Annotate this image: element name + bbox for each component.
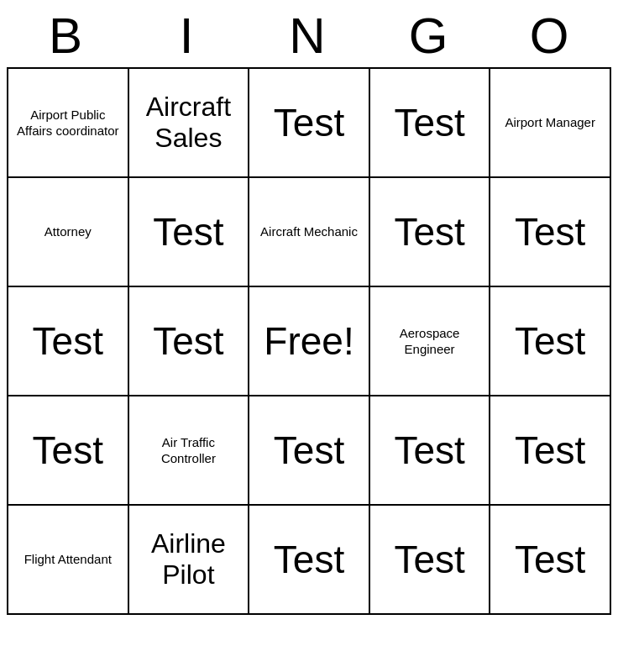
bingo-cell-3-1[interactable]: Air Traffic Controller (129, 396, 250, 506)
bingo-container: BINGO Airport Public Affairs coordinator… (7, 8, 611, 615)
cell-text: Airport Public Affairs coordinator (13, 107, 123, 139)
cell-text: Test (274, 428, 344, 473)
bingo-cell-3-3[interactable]: Test (370, 396, 491, 506)
header-letter-o: O (490, 8, 611, 64)
cell-text: Aircraft Sales (134, 92, 244, 154)
bingo-cell-2-1[interactable]: Test (129, 287, 250, 396)
bingo-header: BINGO (7, 8, 611, 64)
bingo-cell-1-3[interactable]: Test (370, 178, 491, 287)
bingo-cell-4-0[interactable]: Flight Attendant (8, 506, 129, 615)
cell-text: Attorney (45, 223, 92, 240)
bingo-cell-1-2[interactable]: Aircraft Mechanic (249, 178, 370, 287)
cell-text: Test (515, 537, 585, 582)
cell-text: Test (153, 209, 223, 255)
bingo-cell-0-3[interactable]: Test (370, 69, 491, 178)
bingo-cell-2-4[interactable]: Test (490, 287, 611, 396)
cell-text: Test (153, 318, 223, 364)
cell-text: Test (515, 428, 585, 473)
cell-text: Test (394, 537, 464, 582)
cell-text: Test (394, 209, 464, 255)
bingo-cell-3-2[interactable]: Test (249, 396, 370, 506)
bingo-cell-2-2[interactable]: Free! (249, 287, 370, 396)
bingo-grid: Airport Public Affairs coordinatorAircra… (7, 67, 611, 615)
cell-text: Test (515, 209, 585, 255)
cell-text: Air Traffic Controller (134, 434, 244, 467)
cell-text: Free! (264, 318, 354, 364)
bingo-cell-0-1[interactable]: Aircraft Sales (129, 69, 250, 178)
cell-text: Test (515, 318, 585, 364)
header-letter-i: I (128, 8, 249, 64)
cell-text: Aerospace Engineer (375, 325, 484, 358)
bingo-cell-4-3[interactable]: Test (370, 506, 491, 615)
header-letter-b: B (7, 8, 128, 64)
cell-text: Airline Pilot (134, 528, 244, 591)
bingo-cell-3-0[interactable]: Test (8, 396, 129, 506)
cell-text: Flight Attendant (24, 551, 112, 568)
cell-text: Test (274, 537, 344, 582)
bingo-cell-1-1[interactable]: Test (129, 178, 250, 287)
bingo-cell-4-2[interactable]: Test (249, 506, 370, 615)
cell-text: Airport Manager (505, 114, 595, 131)
bingo-cell-2-0[interactable]: Test (8, 287, 129, 396)
bingo-cell-1-4[interactable]: Test (490, 178, 611, 287)
cell-text: Test (274, 100, 344, 145)
bingo-cell-2-3[interactable]: Aerospace Engineer (370, 287, 491, 396)
header-letter-g: G (369, 8, 490, 64)
bingo-cell-3-4[interactable]: Test (490, 396, 611, 506)
bingo-cell-1-0[interactable]: Attorney (8, 178, 129, 287)
header-letter-n: N (249, 8, 369, 64)
cell-text: Test (394, 100, 464, 145)
bingo-cell-0-2[interactable]: Test (249, 69, 370, 178)
bingo-cell-0-0[interactable]: Airport Public Affairs coordinator (8, 69, 129, 178)
cell-text: Test (33, 428, 103, 473)
bingo-cell-0-4[interactable]: Airport Manager (490, 69, 611, 178)
bingo-cell-4-4[interactable]: Test (490, 506, 611, 615)
cell-text: Test (33, 318, 103, 364)
bingo-cell-4-1[interactable]: Airline Pilot (129, 506, 250, 615)
cell-text: Aircraft Mechanic (260, 223, 358, 240)
cell-text: Test (394, 428, 464, 473)
